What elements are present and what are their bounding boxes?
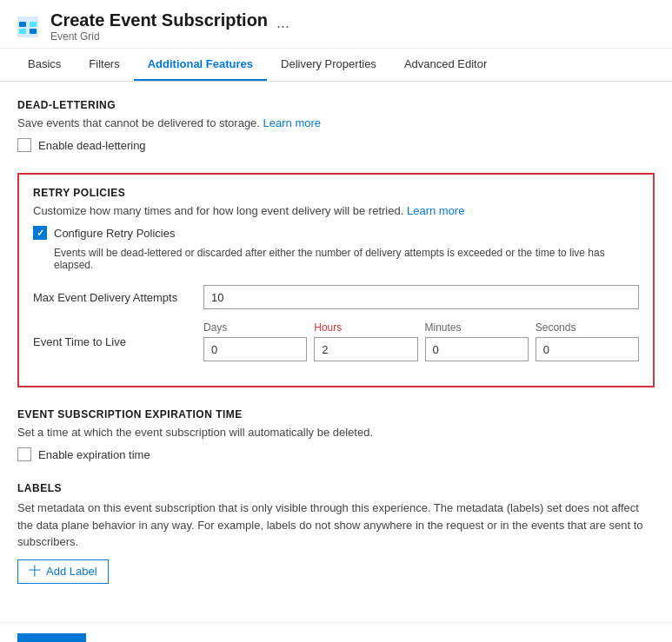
add-label-icon: ⼗ <box>29 564 41 579</box>
retry-policies-checkbox[interactable] <box>33 226 47 240</box>
tab-filters[interactable]: Filters <box>75 49 133 81</box>
days-label: Days <box>203 321 307 334</box>
hours-input[interactable] <box>314 337 417 361</box>
expiration-checkbox-label: Enable expiration time <box>38 448 150 461</box>
max-attempts-row: Max Event Delivery Attempts <box>33 285 639 309</box>
tab-bar: Basics Filters Additional Features Deliv… <box>0 49 672 82</box>
main-content: DEAD-LETTERING Save events that cannot b… <box>0 82 672 622</box>
dead-lettering-learn-more[interactable]: Learn more <box>263 116 321 129</box>
tab-delivery-properties[interactable]: Delivery Properties <box>267 49 390 81</box>
svg-rect-3 <box>30 22 37 27</box>
add-label-text: Add Label <box>46 565 97 578</box>
more-options-icon[interactable]: ··· <box>276 17 289 36</box>
page-subtitle: Event Grid <box>50 30 268 43</box>
page-header: Create Event Subscription Event Grid ··· <box>0 0 672 49</box>
expiration-title: EVENT SUBSCRIPTION EXPIRATION TIME <box>17 408 655 420</box>
dead-lettering-title: DEAD-LETTERING <box>17 99 655 111</box>
dead-lettering-checkbox[interactable] <box>17 138 31 152</box>
seconds-label: Seconds <box>536 321 639 334</box>
page-footer: Create <box>0 622 672 643</box>
dead-lettering-checkbox-label: Enable dead-lettering <box>38 139 146 152</box>
add-label-button[interactable]: ⼗ Add Label <box>17 559 109 584</box>
page-title: Create Event Subscription <box>50 10 268 30</box>
dead-lettering-checkbox-row: Enable dead-lettering <box>17 138 655 152</box>
labels-desc: Set metadata on this event subscription … <box>17 500 655 551</box>
header-text: Create Event Subscription Event Grid <box>50 10 268 43</box>
tab-basics[interactable]: Basics <box>14 49 75 81</box>
svg-rect-2 <box>19 29 26 34</box>
max-attempts-input-wrapper <box>203 285 639 309</box>
labels-section: LABELS Set metadata on this event subscr… <box>17 482 655 584</box>
create-button[interactable]: Create <box>17 633 86 643</box>
svg-rect-1 <box>19 22 26 27</box>
seconds-field: Seconds <box>536 321 639 361</box>
days-input[interactable] <box>203 337 307 361</box>
seconds-input[interactable] <box>536 337 639 361</box>
expiration-desc: Set a time at which the event subscripti… <box>17 426 655 439</box>
retry-policies-checkbox-label: Configure Retry Policies <box>54 227 175 240</box>
minutes-field: Minutes <box>425 321 529 361</box>
retry-policies-checkbox-row: Configure Retry Policies <box>33 226 639 240</box>
svg-rect-4 <box>30 29 37 34</box>
minutes-input[interactable] <box>425 337 529 361</box>
days-field: Days <box>203 321 307 361</box>
event-grid-icon <box>14 13 42 41</box>
max-attempts-label: Max Event Delivery Attempts <box>33 291 190 304</box>
time-to-live-row: Event Time to Live Days Hours Minutes Se… <box>33 321 639 361</box>
expiration-checkbox[interactable] <box>17 447 31 461</box>
expiration-section: EVENT SUBSCRIPTION EXPIRATION TIME Set a… <box>17 408 655 461</box>
time-fields: Days Hours Minutes Seconds <box>203 321 639 361</box>
max-attempts-input[interactable] <box>203 285 639 309</box>
dead-lettering-section: DEAD-LETTERING Save events that cannot b… <box>17 99 655 152</box>
tab-additional-features[interactable]: Additional Features <box>134 49 267 81</box>
labels-title: LABELS <box>17 482 655 494</box>
dead-lettering-desc: Save events that cannot be delivered to … <box>17 116 655 129</box>
retry-policies-note: Events will be dead-lettered or discarde… <box>54 247 639 271</box>
retry-policies-title: RETRY POLICIES <box>33 187 639 199</box>
retry-policies-desc: Customize how many times and for how lon… <box>33 204 639 217</box>
minutes-label: Minutes <box>425 321 529 334</box>
expiration-checkbox-row: Enable expiration time <box>17 447 655 461</box>
tab-advanced-editor[interactable]: Advanced Editor <box>390 49 501 81</box>
time-to-live-label: Event Time to Live <box>33 335 190 348</box>
retry-policies-learn-more[interactable]: Learn more <box>407 204 464 217</box>
hours-label: Hours <box>314 321 417 334</box>
retry-policies-section: RETRY POLICIES Customize how many times … <box>17 173 655 387</box>
hours-field: Hours <box>314 321 417 361</box>
